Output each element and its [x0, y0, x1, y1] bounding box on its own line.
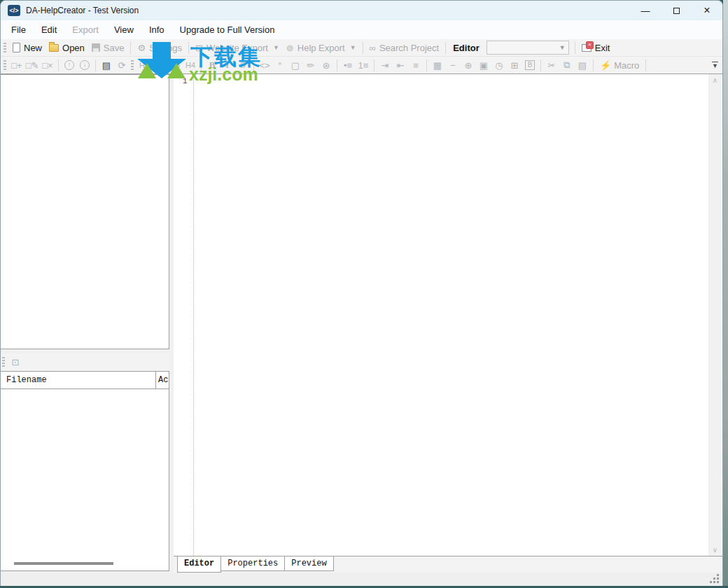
app-window: </> DA-HelpCreator - Test Version — × Fi…: [0, 0, 723, 586]
file-panel-toolbar: ⊡: [1, 354, 169, 370]
highlight-icon: ✏: [303, 58, 318, 73]
menubar: File Edit Export View Info Upgrade to Fu…: [1, 20, 722, 39]
resize-grip[interactable]: [717, 574, 719, 576]
close-button[interactable]: ×: [692, 1, 722, 20]
edit-topic-icon: □✎: [24, 58, 40, 73]
main-content: ⊡ Filename Ac 1 ∧ ∨ Editor Properties: [1, 74, 722, 573]
paste-icon: ▤: [575, 58, 590, 73]
lightning-icon: ⚡: [600, 60, 611, 71]
horizontal-rule-icon: −: [445, 58, 461, 73]
toolbar-separator: [253, 59, 254, 71]
toolbar-separator: [337, 59, 337, 71]
refresh-icon: ⟳: [114, 58, 130, 73]
quote-icon: “: [272, 58, 288, 73]
app-icon-glyph: </>: [9, 7, 18, 14]
heading3-icon: H3: [167, 58, 183, 73]
macro-button-label: Macro: [614, 60, 639, 71]
frame-add-icon: ⊞: [507, 58, 522, 73]
cut-icon: ✂: [544, 58, 559, 73]
toolbar-grip[interactable]: [2, 357, 5, 368]
save-button-label: Save: [104, 43, 125, 53]
maximize-button[interactable]: [661, 1, 692, 20]
horizontal-scrollbar-thumb[interactable]: [14, 562, 113, 565]
code-icon: <>: [257, 58, 272, 73]
close-icon: ×: [704, 5, 710, 16]
column-header-filename[interactable]: Filename: [1, 372, 155, 388]
menu-file[interactable]: File: [4, 20, 34, 39]
help-export-label: Help Export: [298, 43, 345, 53]
toolbar-separator: [426, 59, 427, 71]
toc-icon[interactable]: ▤: [99, 58, 114, 73]
macro-button: ⚡ Macro: [596, 60, 643, 71]
toolbar-grip[interactable]: [4, 43, 6, 53]
new-button[interactable]: New: [9, 43, 46, 53]
file-table-header: Filename Ac: [1, 372, 169, 389]
toolbar-overflow-button[interactable]: ▼: [712, 62, 718, 69]
tab-properties[interactable]: Properties: [220, 556, 285, 571]
search-project-button: ∞ Search Project: [366, 43, 443, 53]
exit-button[interactable]: Exit: [578, 43, 614, 53]
toolbar-separator: [363, 42, 363, 54]
scroll-down-icon[interactable]: ∨: [713, 546, 718, 554]
overflow-icon: ▼: [712, 62, 718, 69]
minimize-button[interactable]: —: [630, 1, 661, 20]
gear-icon: ⚙: [137, 43, 146, 53]
titlebar: </> DA-HelpCreator - Test Version — ×: [1, 1, 722, 20]
format-toolbar: □+ □✎ □× ↑ ↓ ▤ ⟳ H1 H2 H3 H4 B I S <> “ …: [1, 56, 722, 74]
desktop-edge-strip: [723, 0, 728, 586]
toolbar-separator: [374, 59, 374, 71]
app-icon: </>: [8, 5, 20, 16]
line-number-gutter: 1: [174, 74, 194, 556]
new-document-icon: [13, 43, 20, 52]
bold-box-icon: B: [522, 58, 538, 73]
toolbar-separator: [645, 59, 646, 71]
scroll-up-icon[interactable]: ∧: [713, 76, 718, 84]
topic-tree-panel[interactable]: [0, 74, 169, 349]
justify-icon: ≡: [408, 58, 424, 73]
delete-topic-icon: □×: [40, 58, 55, 73]
column-header-action[interactable]: Ac: [155, 372, 169, 388]
move-up-icon: ↑: [62, 58, 77, 73]
clock-icon: ◷: [491, 58, 507, 73]
menu-view[interactable]: View: [106, 20, 141, 39]
file-list-panel[interactable]: Filename Ac: [0, 371, 169, 571]
menu-upgrade[interactable]: Upgrade to Full Version: [172, 20, 283, 39]
help-export-icon: ⊚: [286, 43, 294, 53]
vertical-scrollbar[interactable]: ∧ ∨: [708, 74, 722, 556]
outdent-icon: ⇤: [393, 58, 408, 73]
file-action-icon: ⊡: [8, 355, 23, 370]
bullet-list-icon: •≡: [340, 58, 356, 73]
open-button-label: Open: [62, 43, 85, 53]
numbered-list-icon: 1≡: [356, 58, 371, 73]
heading4-icon: H4: [183, 58, 198, 73]
image-icon: ▣: [476, 58, 491, 73]
copy-icon: ⧉: [559, 58, 575, 73]
left-column: ⊡ Filename Ac: [1, 74, 169, 573]
block-icon: ▢: [288, 58, 303, 73]
toolbar-separator: [188, 42, 189, 54]
editor-combobox[interactable]: ▼: [486, 41, 569, 55]
chevron-down-icon: ▼: [273, 44, 279, 51]
heading2-icon: H2: [152, 58, 167, 73]
settings-button: ⚙ Settings: [134, 43, 186, 53]
link-globe-icon: ⊕: [461, 58, 476, 73]
menu-export: Export: [64, 20, 106, 39]
exit-button-label: Exit: [595, 43, 610, 53]
toolbar-separator: [130, 42, 131, 54]
line-number: 1: [183, 77, 188, 85]
toolbar-grip[interactable]: [131, 60, 134, 71]
help-export-button: ⊚ Help Export ▼: [283, 43, 360, 53]
tab-editor[interactable]: Editor: [177, 556, 221, 573]
toolbar-separator: [575, 42, 575, 54]
palette-icon: ⊛: [318, 58, 334, 73]
menu-edit[interactable]: Edit: [34, 20, 64, 39]
heading1-icon: H1: [136, 58, 152, 73]
tab-preview[interactable]: Preview: [284, 556, 333, 571]
editor-panel[interactable]: 1 ∧ ∨ Editor Properties Preview: [174, 74, 722, 573]
toolbar-grip[interactable]: [4, 60, 6, 71]
editor-combo-label: Editor: [449, 43, 484, 53]
maximize-icon: [673, 8, 680, 14]
add-topic-icon: □+: [9, 58, 24, 73]
menu-info[interactable]: Info: [141, 20, 172, 39]
open-button[interactable]: Open: [46, 43, 88, 53]
